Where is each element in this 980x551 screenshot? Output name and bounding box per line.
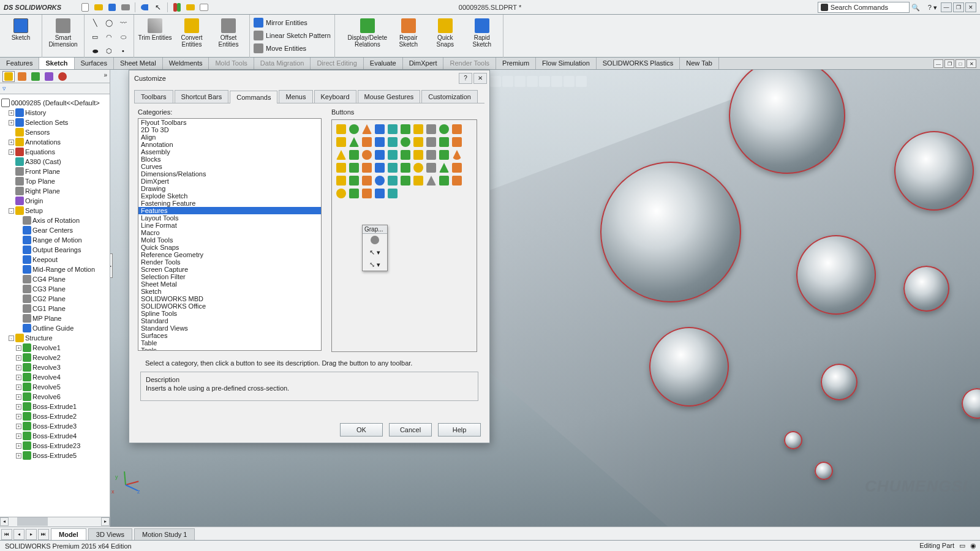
- display-relations-button[interactable]: Display/Delete Relations: [346, 16, 389, 56]
- command-icon[interactable]: [400, 149, 411, 160]
- close-button[interactable]: ✕: [965, 2, 976, 12]
- feature-tree-tab[interactable]: [2, 71, 15, 82]
- cm-tab-new-tab[interactable]: New Tab: [680, 58, 719, 69]
- command-icon[interactable]: [374, 162, 385, 173]
- category-item[interactable]: Fastening Feature: [138, 200, 321, 207]
- dialog-tab-menus[interactable]: Menus: [279, 90, 312, 103]
- expand-toggle[interactable]: -: [9, 208, 14, 214]
- tree-root-item[interactable]: 00009285 (Default<<Default>: [1, 98, 108, 108]
- tree-item[interactable]: +Revolve6: [1, 392, 108, 402]
- tree-item[interactable]: +Equations: [1, 147, 108, 157]
- dialog-tab-mouse-gestures[interactable]: Mouse Gestures: [358, 90, 421, 103]
- tree-item[interactable]: +Boss-Extrude1: [1, 402, 108, 411]
- command-icon[interactable]: [374, 124, 385, 135]
- category-item[interactable]: Table: [138, 339, 321, 347]
- category-item[interactable]: Annotation: [138, 141, 321, 148]
- property-manager-tab[interactable]: [16, 71, 28, 82]
- rect-icon[interactable]: ▭: [88, 30, 102, 43]
- child-max-button[interactable]: □: [956, 59, 965, 68]
- category-item[interactable]: DimXpert: [138, 178, 321, 185]
- dimxpert-manager-tab[interactable]: [43, 71, 55, 82]
- tree-item[interactable]: +Selection Sets: [1, 118, 108, 127]
- ellipse-icon[interactable]: ⬭: [116, 30, 130, 43]
- search-commands-input[interactable]: Search Commands: [818, 2, 910, 13]
- command-icon[interactable]: [361, 149, 372, 160]
- tree-item[interactable]: Outline Guide: [1, 323, 108, 333]
- command-icon[interactable]: [439, 162, 450, 173]
- tree-item[interactable]: +History: [1, 108, 108, 118]
- slot-icon[interactable]: ⬬: [88, 44, 102, 58]
- tree-item[interactable]: +Boss-Extrude3: [1, 421, 108, 431]
- dialog-close-button[interactable]: ✕: [473, 73, 487, 84]
- command-icon[interactable]: [426, 162, 437, 173]
- tab-nav-first[interactable]: ⏮: [1, 529, 12, 540]
- tree-item[interactable]: +Annotations: [1, 137, 108, 147]
- linear-pattern-button[interactable]: Linear Sketch Pattern: [254, 29, 331, 42]
- cm-tab-surfaces[interactable]: Surfaces: [75, 58, 114, 69]
- category-item[interactable]: Macro: [138, 229, 321, 236]
- feature-tree-filter[interactable]: ▿: [0, 83, 110, 94]
- flyout-tree-splitter[interactable]: ▸: [110, 253, 113, 278]
- category-item[interactable]: Tools: [138, 347, 321, 351]
- tree-item[interactable]: CG4 Plane: [1, 274, 108, 284]
- tree-item[interactable]: +Revolve1: [1, 343, 108, 353]
- command-icon[interactable]: [439, 137, 450, 148]
- category-item[interactable]: Curves: [138, 163, 321, 170]
- command-icon[interactable]: [349, 175, 360, 186]
- categories-listbox[interactable]: Flyout Toolbars2D To 3DAlignAnnotationAs…: [138, 118, 322, 351]
- search-go-icon[interactable]: 🔍: [911, 4, 921, 12]
- command-icon[interactable]: [400, 137, 411, 148]
- dialog-help-button[interactable]: ?: [459, 73, 472, 84]
- expand-toggle[interactable]: +: [16, 424, 21, 429]
- arc-icon[interactable]: ◠: [102, 30, 116, 43]
- command-icon[interactable]: [336, 149, 347, 160]
- quick-snaps-button[interactable]: Quick Snaps: [428, 16, 462, 56]
- child-min-button[interactable]: —: [933, 59, 943, 68]
- cm-tab-flow-simulation[interactable]: Flow Simulation: [536, 58, 597, 69]
- command-icon[interactable]: [413, 149, 424, 160]
- tree-item[interactable]: -Structure: [1, 333, 108, 343]
- rebuild-icon[interactable]: [172, 2, 183, 13]
- expand-toggle[interactable]: +: [16, 404, 21, 410]
- category-item[interactable]: Align: [138, 133, 321, 141]
- command-icon[interactable]: [426, 149, 437, 160]
- command-icon[interactable]: [451, 137, 462, 148]
- category-item[interactable]: Selection Filter: [138, 273, 321, 280]
- cm-tab-sheet-metal[interactable]: Sheet Metal: [114, 58, 163, 69]
- category-item[interactable]: SOLIDWORKS Office: [138, 302, 321, 310]
- cm-tab-data-migration[interactable]: Data Migration: [254, 58, 311, 69]
- command-icon[interactable]: [374, 188, 385, 199]
- cm-tab-mold-tools[interactable]: Mold Tools: [209, 58, 254, 69]
- command-icon[interactable]: [349, 149, 360, 160]
- cm-tab-solidworks-plastics[interactable]: SOLIDWORKS Plastics: [597, 58, 680, 69]
- tree-item[interactable]: Right Plane: [1, 186, 108, 196]
- category-item[interactable]: Line Format: [138, 222, 321, 229]
- tree-item[interactable]: +Revolve4: [1, 372, 108, 382]
- circle-icon[interactable]: ◯: [102, 16, 116, 29]
- category-item[interactable]: Explode Sketch: [138, 192, 321, 200]
- command-icon[interactable]: [413, 162, 424, 173]
- tree-item[interactable]: -Setup: [1, 206, 108, 216]
- config-manager-tab[interactable]: [29, 71, 42, 82]
- doc-props-icon[interactable]: [198, 2, 209, 13]
- cm-tab-features[interactable]: Features: [0, 58, 39, 69]
- dialog-tab-toolbars[interactable]: Toolbars: [134, 90, 173, 103]
- expand-toggle[interactable]: +: [16, 365, 21, 370]
- command-icon[interactable]: [349, 162, 360, 173]
- undo-icon[interactable]: [139, 2, 150, 13]
- expand-toggle[interactable]: +: [16, 355, 21, 361]
- command-icon[interactable]: [451, 175, 462, 186]
- cm-tab-evaluate[interactable]: Evaluate: [364, 58, 403, 69]
- command-icon[interactable]: [387, 162, 398, 173]
- command-icon[interactable]: [374, 175, 385, 186]
- category-item[interactable]: Standard: [138, 317, 321, 324]
- command-icon[interactable]: [439, 124, 450, 135]
- command-icon[interactable]: [374, 137, 385, 148]
- command-icon[interactable]: [426, 124, 437, 135]
- options-icon[interactable]: [185, 2, 196, 13]
- tree-item[interactable]: Keepout: [1, 255, 108, 264]
- command-icon[interactable]: [361, 124, 372, 135]
- category-item[interactable]: Surfaces: [138, 332, 321, 339]
- category-item[interactable]: Reference Geometry: [138, 251, 321, 258]
- ok-button[interactable]: OK: [340, 423, 383, 437]
